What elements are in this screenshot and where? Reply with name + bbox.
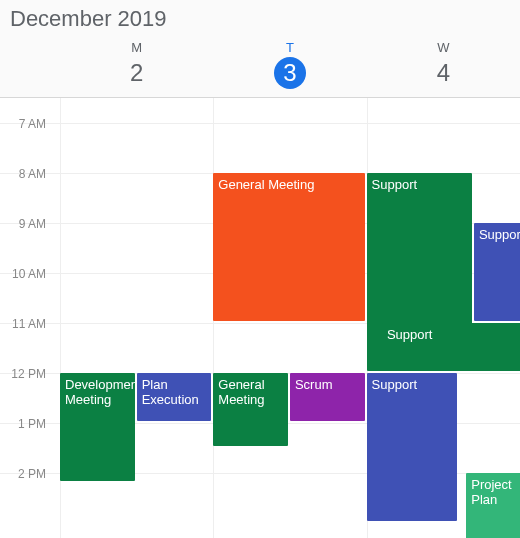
hour-label: 12 PM — [0, 367, 50, 381]
calendar-grid[interactable]: 7 AM8 AM9 AM10 AM11 AM12 PM1 PM2 PMGener… — [0, 98, 520, 538]
hour-label: 8 AM — [0, 167, 50, 181]
event-title: General Meeting — [218, 177, 314, 192]
calendar-title: December 2019 — [0, 0, 520, 36]
calendar-event[interactable]: Support — [367, 373, 457, 521]
calendar-event[interactable]: General Meeting — [213, 173, 364, 321]
event-title: Support — [387, 327, 433, 342]
hour-label: 11 AM — [0, 317, 50, 331]
day-column-mon[interactable]: M 2 — [60, 40, 213, 89]
day-of-week-label: T — [213, 40, 366, 55]
calendar-event[interactable]: Development Meeting — [60, 373, 135, 481]
event-title: Support — [372, 377, 418, 392]
event-title: Project Plan — [471, 477, 511, 507]
event-title: Scrum — [295, 377, 333, 392]
event-title: Development Meeting — [65, 377, 135, 407]
hour-label: 2 PM — [0, 467, 50, 481]
event-title: Plan Execution — [142, 377, 199, 407]
gutter-spacer — [0, 40, 60, 89]
day-number: 4 — [367, 57, 520, 89]
hour-label: 9 AM — [0, 217, 50, 231]
hour-label: 7 AM — [0, 117, 50, 131]
calendar-event[interactable]: Scrum — [290, 373, 365, 421]
event-title: General Meeting — [218, 377, 264, 407]
hour-label: 1 PM — [0, 417, 50, 431]
calendar-event[interactable]: Plan Execution — [137, 373, 212, 421]
calendar-event[interactable]: Support — [382, 323, 520, 371]
event-title: Support — [479, 227, 520, 242]
calendar-event[interactable]: General Meeting — [213, 373, 288, 446]
day-column-wed[interactable]: W 4 — [367, 40, 520, 89]
day-number: 2 — [60, 57, 213, 89]
calendar-event[interactable]: Project Plan — [466, 473, 520, 538]
day-of-week-label: M — [60, 40, 213, 55]
calendar-event[interactable]: Support — [474, 223, 520, 321]
day-column-tue[interactable]: T 3 — [213, 40, 366, 89]
day-of-week-label: W — [367, 40, 520, 55]
hour-label: 10 AM — [0, 267, 50, 281]
event-title: Support — [372, 177, 418, 192]
hour-row: 7 AM — [0, 123, 520, 173]
day-number: 3 — [274, 57, 306, 89]
day-header-row: M 2 T 3 W 4 — [0, 36, 520, 98]
